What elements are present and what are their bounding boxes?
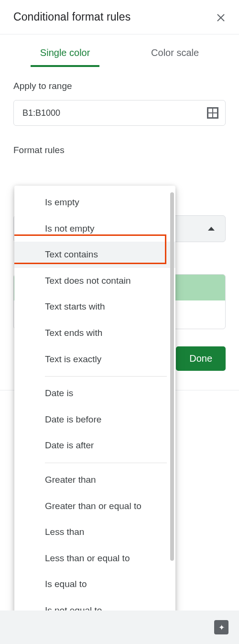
dropdown-item-date-is-before[interactable]: Date is before [14, 407, 175, 433]
apply-to-range-label: Apply to range [13, 81, 226, 91]
tabs-bar: Single color Color scale [0, 34, 239, 67]
dropdown-item-date-is[interactable]: Date is [14, 380, 175, 407]
dropdown-item-date-is-after[interactable]: Date is after [14, 433, 175, 459]
panel-header: Conditional format rules [0, 0, 239, 34]
explore-icon[interactable] [214, 620, 228, 634]
format-rules-label: Format rules [0, 126, 239, 155]
condition-dropdown: Is empty Is not empty Text contains Text… [14, 186, 175, 628]
dropdown-item-greater-than-or-equal-to[interactable]: Greater than or equal to [14, 493, 175, 520]
dropdown-separator [45, 376, 167, 377]
range-input-value[interactable]: B1:B1000 [22, 108, 202, 118]
apply-to-range-section: Apply to range B1:B1000 [0, 67, 239, 126]
panel-title: Conditional format rules [13, 11, 130, 23]
select-range-icon[interactable] [207, 107, 218, 119]
dropdown-item-is-equal-to[interactable]: Is equal to [14, 571, 175, 598]
tab-single-color[interactable]: Single color [31, 42, 100, 67]
dropdown-item-less-than-or-equal-to[interactable]: Less than or equal to [14, 545, 175, 572]
dropdown-item-text-ends-with[interactable]: Text ends with [14, 320, 175, 346]
tab-color-scale[interactable]: Color scale [141, 42, 208, 67]
scrollbar-vertical[interactable] [170, 192, 174, 561]
bottom-bar [0, 611, 239, 644]
dropdown-item-greater-than[interactable]: Greater than [14, 467, 175, 493]
done-button[interactable]: Done [176, 346, 226, 371]
dropdown-item-is-empty[interactable]: Is empty [14, 189, 175, 216]
range-input[interactable]: B1:B1000 [13, 100, 226, 126]
dropdown-item-less-than[interactable]: Less than [14, 519, 175, 545]
caret-up-icon [208, 227, 215, 231]
dropdown-item-text-contains[interactable]: Text contains [14, 242, 175, 268]
close-icon[interactable] [216, 12, 226, 22]
dropdown-separator [45, 463, 167, 463]
dropdown-item-text-is-exactly[interactable]: Text is exactly [14, 346, 175, 373]
dropdown-item-text-starts-with[interactable]: Text starts with [14, 294, 175, 320]
dropdown-item-is-not-empty[interactable]: Is not empty [14, 216, 175, 242]
dropdown-item-text-does-not-contain[interactable]: Text does not contain [14, 268, 175, 294]
